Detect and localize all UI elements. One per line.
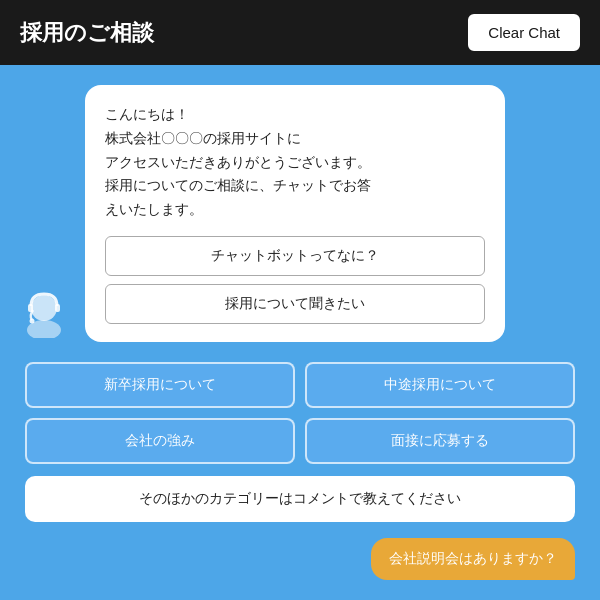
- page-title: 採用のご相談: [20, 18, 154, 48]
- category-btn-company-strength[interactable]: 会社の強み: [25, 418, 295, 464]
- category-btn-new-grad[interactable]: 新卒採用について: [25, 362, 295, 408]
- other-category-message: そのほかのカテゴリーはコメントで教えてください: [25, 476, 575, 522]
- chat-area: こんにちは！ 株式会社〇〇〇の採用サイトに アクセスいただきありがとうございます…: [0, 65, 600, 600]
- clear-chat-button[interactable]: Clear Chat: [468, 14, 580, 51]
- user-bubble: 会社説明会はありますか？: [371, 538, 575, 580]
- svg-point-4: [30, 318, 35, 323]
- category-btn-apply-interview[interactable]: 面接に応募する: [305, 418, 575, 464]
- quick-reply-recruitment[interactable]: 採用について聞きたい: [105, 284, 485, 324]
- user-message-container: 会社説明会はありますか？: [15, 538, 585, 580]
- bot-bubble: こんにちは！ 株式会社〇〇〇の採用サイトに アクセスいただきありがとうございます…: [85, 85, 505, 342]
- svg-rect-3: [55, 304, 60, 312]
- bot-avatar: [15, 280, 73, 338]
- svg-point-1: [31, 295, 57, 321]
- bot-message-container: こんにちは！ 株式会社〇〇〇の採用サイトに アクセスいただきありがとうございます…: [15, 85, 585, 342]
- category-btn-mid-career[interactable]: 中途採用について: [305, 362, 575, 408]
- category-buttons-grid: 新卒採用について 中途採用について 会社の強み 面接に応募する: [15, 362, 585, 464]
- quick-reply-chatbot[interactable]: チャットボットってなに？: [105, 236, 485, 276]
- bot-greeting-text: こんにちは！ 株式会社〇〇〇の採用サイトに アクセスいただきありがとうございます…: [105, 103, 485, 222]
- header: 採用のご相談 Clear Chat: [0, 0, 600, 65]
